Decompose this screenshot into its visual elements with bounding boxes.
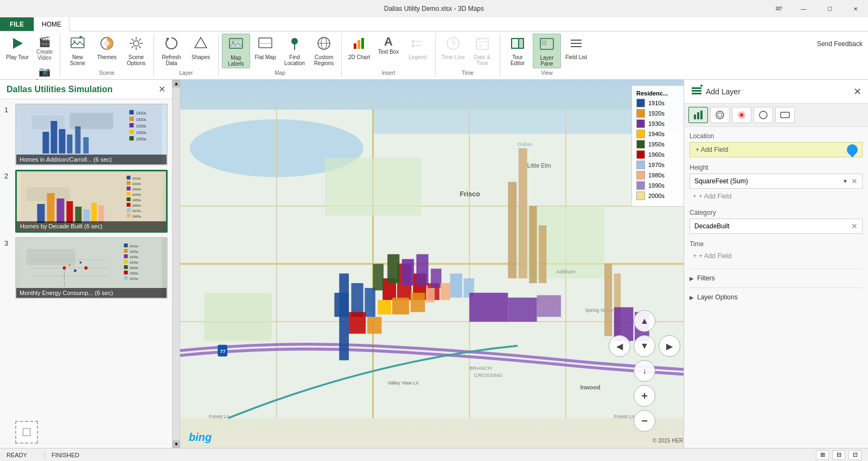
filters-header[interactable]: ▶ Filters (690, 273, 863, 283)
new-scene-button[interactable]: New Scene (63, 34, 92, 68)
svg-point-101 (74, 270, 76, 272)
refresh-data-icon (164, 36, 179, 53)
legend-item-4: 1950s (636, 140, 681, 149)
status-bar: READY FINISHED ⊞ ⊟ ⊡ (0, 448, 868, 461)
svg-text:1950s: 1950s (132, 199, 141, 202)
svg-rect-26 (354, 43, 356, 49)
layer-type-other-button[interactable] (775, 107, 795, 123)
svg-rect-58 (67, 135, 73, 153)
layer-type-region-button[interactable] (754, 107, 773, 123)
copyright-text: © 2015 HERE (653, 438, 684, 444)
category-remove-button[interactable]: ✕ (851, 222, 858, 230)
scene-number-3: 3 (4, 237, 12, 299)
scene-thumbnail-1[interactable]: 1910s 1920s 1930s 1940s 1950s Homes in A… (15, 104, 168, 165)
scene-item-2[interactable]: 2 (4, 170, 168, 233)
right-panel-content: Location + Add Field Height SquareFeet (… (684, 127, 868, 448)
tilt-button[interactable]: ↓ (634, 360, 655, 382)
text-box-button[interactable]: A Text Box (374, 34, 403, 68)
scene-options-button[interactable]: Scene Options (122, 34, 150, 68)
scrollbar-down-button[interactable]: ▼ (173, 440, 180, 448)
height-field-dropdown[interactable]: SquareFeet (Sum) ▾ ✕ (690, 174, 863, 189)
svg-point-193 (741, 114, 743, 116)
svg-rect-178 (367, 317, 382, 334)
nav-right-button[interactable]: ▶ (659, 335, 680, 357)
add-layer-icon (691, 84, 703, 99)
layer-type-bubble-button[interactable] (710, 107, 730, 123)
legend-color-1 (636, 109, 645, 118)
svg-rect-65 (130, 123, 134, 127)
svg-text:Little Elm: Little Elm (527, 162, 551, 169)
height-dropdown-arrow[interactable]: ▾ (844, 177, 847, 185)
minimize-button[interactable]: — (791, 0, 816, 17)
custom-regions-button[interactable]: Custom Regions (310, 34, 338, 68)
add-scene-button[interactable]: ☐ (15, 421, 38, 444)
panel-title: Dallas Utilities Simulation (7, 85, 113, 94)
tab-home[interactable]: HOME (34, 17, 69, 31)
ribbon-group-layer: Refresh Data Shapes Layer (154, 34, 219, 77)
location-label: Location (690, 132, 863, 140)
legend-color-6 (636, 161, 645, 169)
svg-text:1940s: 1940s (130, 261, 138, 264)
status-view-btn-2[interactable]: ⊟ (832, 450, 845, 460)
create-video-button[interactable]: 🎬 Create Video (33, 34, 56, 63)
close-panel-button[interactable]: ✕ (158, 84, 165, 94)
legend-item-2: 1930s (636, 119, 681, 128)
add-layer-button[interactable]: Add Layer (691, 84, 741, 99)
time-line-button[interactable]: Time Line (439, 34, 467, 68)
status-view-btn-3[interactable]: ⊡ (848, 450, 861, 460)
svg-point-102 (80, 261, 82, 264)
time-add-field-button[interactable]: + + Add Field (690, 250, 863, 262)
scene-thumbnail-2[interactable]: 1910s 1920s 1930s 1940s 1950s 1960s (15, 170, 168, 233)
scene-item-3[interactable]: 3 (4, 237, 168, 299)
field-list-button[interactable]: Field List (562, 34, 590, 68)
scene-options-label: Scene Options (123, 54, 149, 66)
maximize-button[interactable]: ☐ (817, 0, 842, 17)
legend-color-9 (636, 191, 645, 200)
location-add-field-button[interactable]: + Add Field (690, 142, 863, 157)
shapes-button[interactable]: Shapes (187, 34, 215, 68)
layer-type-heat-button[interactable] (732, 107, 751, 123)
scene-thumbnail-3[interactable]: 1910s 1920s 1930s 1940s 1950s 1960s (15, 237, 168, 299)
close-right-panel-button[interactable]: ✕ (853, 87, 861, 97)
filters-section: ▶ Filters (690, 268, 863, 287)
nav-down-button[interactable]: ▼ (634, 335, 655, 357)
refresh-data-button[interactable]: Refresh Data (157, 34, 186, 68)
window-controls: ? ⧉ — ☐ ✕ (765, 0, 868, 17)
flat-map-button[interactable]: Flat Map (251, 34, 279, 68)
category-field-dropdown[interactable]: DecadeBuilt ✕ (690, 219, 863, 234)
svg-text:1910s: 1910s (130, 245, 138, 248)
zoom-out-button[interactable]: − (634, 410, 655, 432)
legend-button[interactable]: Legend (404, 34, 432, 68)
nav-up-button[interactable]: ▲ (634, 310, 655, 332)
themes-button[interactable]: Themes (93, 34, 121, 68)
svg-rect-43 (519, 39, 523, 48)
map-scrollbar[interactable]: ▲ ▼ (173, 80, 180, 448)
zoom-in-button[interactable]: + (634, 385, 655, 407)
layer-pane-button[interactable]: Layer Pane (533, 34, 561, 68)
chart-button[interactable]: 2D Chart (345, 34, 373, 68)
tour-editor-button[interactable]: Tour Editor (503, 34, 532, 68)
svg-rect-57 (59, 129, 66, 153)
map-labels-button[interactable]: Map Labels (222, 34, 250, 68)
help-button[interactable]: ? (768, 0, 793, 17)
map-group-label: Map (275, 70, 285, 77)
layer-type-stacked-button[interactable] (688, 107, 708, 123)
text-box-label: Text Box (378, 49, 399, 55)
status-view-btn-1[interactable]: ⊞ (816, 450, 829, 460)
map-area: ▲ ▼ (173, 80, 684, 448)
date-time-button[interactable]: A Date & Time (468, 34, 496, 68)
scene-item-1[interactable]: 1 (4, 104, 168, 165)
tab-file[interactable]: FILE (0, 17, 34, 31)
find-location-button[interactable]: Find Location (280, 34, 309, 68)
nav-horizontal: ◀ ▼ ▶ (609, 335, 680, 357)
height-add-field-button[interactable]: + + Add Field (690, 190, 863, 202)
close-button[interactable]: ✕ (843, 0, 868, 17)
height-remove-button[interactable]: ✕ (851, 177, 858, 185)
layer-options-header[interactable]: ▶ Layer Options (690, 292, 863, 302)
svg-rect-75 (57, 199, 65, 223)
scrollbar-up-button[interactable]: ▲ (173, 80, 180, 87)
svg-rect-28 (361, 38, 364, 49)
play-tour-button[interactable]: Play Tour (3, 34, 31, 68)
nav-left-button[interactable]: ◀ (609, 335, 630, 357)
send-feedback-link[interactable]: Send Feedback (817, 40, 863, 48)
